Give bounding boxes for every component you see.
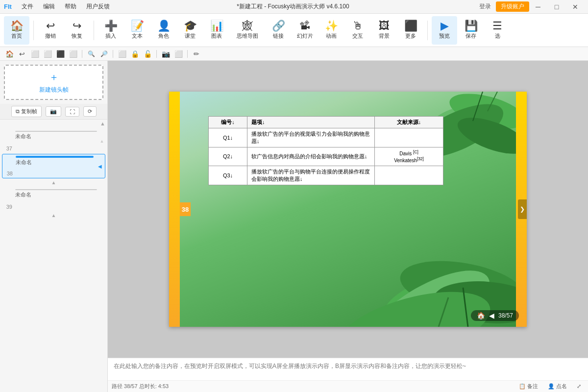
- sub-camera-btn[interactable]: 📷: [160, 49, 171, 59]
- notes-input[interactable]: [108, 358, 588, 380]
- toolbar-text-label: 文本: [132, 32, 143, 40]
- close-button[interactable]: ✕: [566, 1, 584, 13]
- sub-toolbar: 🏠 ↩ ⬜ ⬜ ⬛ ⬜ 🔍 🔎 ⬜ 🔒 🔓 📷 ⬜ ✏: [0, 47, 588, 61]
- nav-home-icon[interactable]: 🏠: [477, 312, 485, 319]
- toolbar-redo-label: 恢复: [72, 32, 82, 40]
- table-cell-q3-content: 播放软广告的平台与购物平台连接的便易操作程度会影响我的购物意愿↓: [247, 166, 375, 185]
- toolbar-interact[interactable]: 🖱 交互: [345, 16, 370, 45]
- sub-lock2-btn[interactable]: 🔓: [142, 49, 153, 59]
- slide-38-expand[interactable]: ◀: [97, 156, 103, 176]
- toolbar-background[interactable]: 🖼 背景: [371, 16, 397, 45]
- collapse-panel-button[interactable]: ▲: [100, 121, 105, 126]
- slide-item-37[interactable]: 37: [2, 129, 105, 153]
- toolbar-home[interactable]: 🏠 首页: [4, 16, 29, 45]
- sub-home-btn[interactable]: 🏠: [4, 49, 15, 59]
- menu-help[interactable]: 帮助: [63, 1, 78, 12]
- sub-frame3-btn[interactable]: ⬛: [55, 49, 66, 59]
- class-icon: 🎓: [184, 21, 197, 31]
- slide-thumb-37: [15, 131, 97, 132]
- home-icon: 🏠: [10, 21, 24, 31]
- table-cell-q3-ref: [375, 166, 443, 185]
- new-frame-button[interactable]: ＋ 新建镜头帧: [4, 65, 103, 100]
- slide-item-38[interactable]: 38 编号 题项 文献: [2, 154, 105, 178]
- copy-frame-button[interactable]: ⧉ 复制帧: [11, 106, 42, 117]
- toolbar-class[interactable]: 🎓 课堂: [177, 16, 203, 45]
- left-panel: ＋ 新建镜头帧 ⧉ 复制帧 📷 ⛶ ⟳ ▲: [0, 61, 108, 392]
- sub-align-btn[interactable]: ⬜: [117, 49, 127, 59]
- toolbar-link-label: 链接: [273, 32, 284, 40]
- toolbar-role[interactable]: 👤 角色: [151, 16, 176, 45]
- slide-38-collapse-btn[interactable]: ▲: [51, 180, 56, 185]
- toolbar-slideshow[interactable]: 📽 幻灯片: [292, 16, 318, 45]
- sub-export-btn[interactable]: ⬜: [173, 49, 184, 59]
- notes-icon: 📋: [519, 383, 526, 390]
- toolbar-insert[interactable]: ➕ 插入: [98, 16, 123, 45]
- sub-zoom-out-btn[interactable]: 🔎: [98, 49, 109, 59]
- insert-icon: ➕: [104, 21, 118, 31]
- sub-sep-4: [187, 50, 188, 58]
- slide-37-collapse[interactable]: ▲: [100, 131, 104, 151]
- slide-label-39: 未命名: [15, 191, 97, 198]
- footer-buttons: 📋 备注 👤 点名 ⤢: [516, 382, 584, 391]
- more-icon: ⬛: [404, 21, 417, 31]
- toolbar-undo[interactable]: ↩ 撤销: [38, 16, 63, 45]
- toolbar-redo[interactable]: ↪ 恢复: [64, 16, 90, 45]
- app-logo: FIt: [4, 3, 12, 10]
- table-cell-q3-num: Q3↓: [209, 166, 247, 185]
- screenshot-button[interactable]: 📷: [46, 106, 61, 117]
- slide-canvas[interactable]: 38 编号↓ 题项↓ 文献来源↓ Q1↓: [169, 92, 527, 327]
- slide-item-39[interactable]: 39 未命名: [2, 188, 105, 211]
- expand-notes-icon: ⤢: [577, 383, 581, 390]
- toolbar-insert-label: 插入: [105, 32, 116, 40]
- fullscreen-button[interactable]: ⛶: [65, 107, 79, 117]
- upgrade-button[interactable]: 升级账户: [496, 1, 529, 12]
- slide-num-37: 37: [3, 131, 12, 151]
- canvas-area: 38 编号↓ 题项↓ 文献来源↓ Q1↓: [108, 61, 588, 392]
- menu-feedback[interactable]: 用户反馈: [84, 1, 112, 12]
- notes-button[interactable]: 📋 备注: [516, 382, 541, 391]
- main-area: ＋ 新建镜头帧 ⧉ 复制帧 📷 ⛶ ⟳ ▲: [0, 61, 588, 392]
- toolbar-text[interactable]: 📝 文本: [124, 16, 150, 45]
- maximize-button[interactable]: □: [548, 1, 565, 13]
- slide-number-badge[interactable]: 38: [180, 202, 191, 216]
- toolbar-preview[interactable]: ▶ 预览: [432, 16, 457, 45]
- sub-frame-btn[interactable]: ⬜: [29, 49, 40, 59]
- toolbar-background-label: 背景: [379, 32, 390, 40]
- toolbar-more[interactable]: ⬛ 更多: [398, 16, 423, 45]
- points-label: 点名: [556, 383, 567, 390]
- slide-col-37: 未命名: [15, 131, 97, 140]
- toolbar-mindmap[interactable]: 🕸 思维导图: [230, 16, 265, 45]
- slide-actions: ⧉ 复制帧 📷 ⛶ ⟳: [0, 104, 107, 120]
- toolbar-select[interactable]: ☰ 选: [485, 16, 510, 45]
- sub-frame4-btn[interactable]: ⬜: [68, 49, 78, 59]
- toolbar-chart[interactable]: 📊 图表: [204, 16, 229, 45]
- toolbar-link[interactable]: 🔗 链接: [266, 16, 291, 45]
- menu-edit[interactable]: 编辑: [41, 1, 57, 12]
- sub-undo-btn[interactable]: ↩: [17, 49, 27, 59]
- sub-lock-btn[interactable]: 🔒: [129, 49, 140, 59]
- new-frame-label: 新建镜头帧: [39, 86, 69, 94]
- toolbar-interact-label: 交互: [352, 32, 363, 40]
- toolbar-sep-2: [94, 21, 94, 40]
- sub-draw-btn[interactable]: ✏: [191, 49, 202, 59]
- toolbar-animation[interactable]: ✨ 动画: [318, 16, 344, 45]
- toolbar-sep-3: [427, 21, 428, 40]
- link-icon: 🔗: [272, 21, 285, 31]
- slide-39-collapse-btn[interactable]: ▲: [51, 213, 56, 218]
- nav-prev-icon[interactable]: ◀: [489, 312, 494, 319]
- expand-notes-button[interactable]: ⤢: [574, 382, 584, 391]
- table-header-num: 编号↓: [209, 117, 247, 128]
- sub-frame2-btn[interactable]: ⬜: [42, 49, 53, 59]
- login-button[interactable]: 登录: [474, 1, 496, 12]
- sub-zoom-in-btn[interactable]: 🔍: [86, 49, 97, 59]
- menu-file[interactable]: 文件: [20, 1, 35, 12]
- slideshow-icon: 📽: [299, 21, 310, 31]
- more-options-icon: ⟳: [88, 108, 92, 115]
- minimize-button[interactable]: ─: [529, 1, 547, 13]
- points-button[interactable]: 👤 点名: [545, 382, 570, 391]
- table-cell-q1-ref: [375, 128, 443, 147]
- more-options-button[interactable]: ⟳: [83, 106, 97, 117]
- toolbar-save[interactable]: 💾 保存: [458, 16, 484, 45]
- toolbar-slideshow-label: 幻灯片: [297, 32, 313, 40]
- canvas-expand-button[interactable]: ❯: [518, 199, 527, 219]
